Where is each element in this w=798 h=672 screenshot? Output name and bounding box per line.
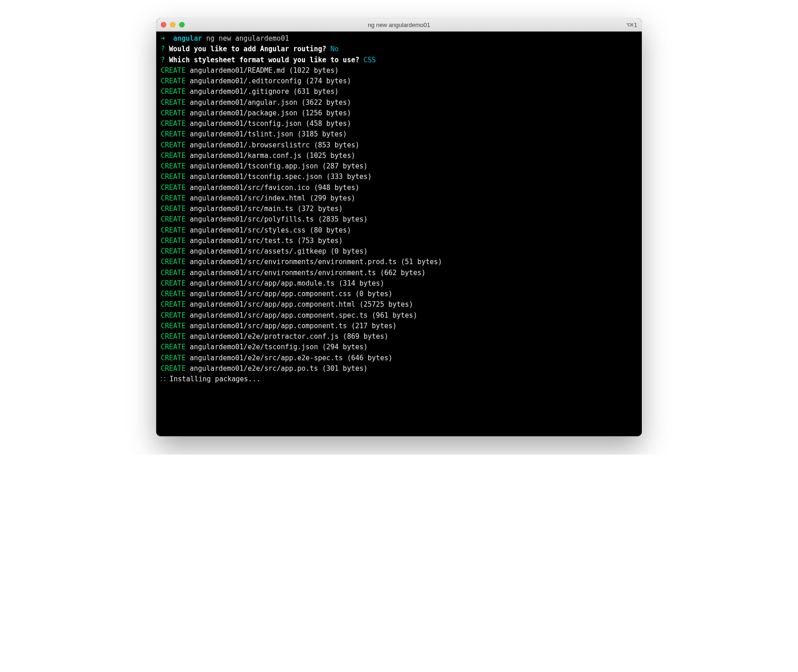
create-line: CREATE angulardemo01/e2e/src/app.e2e-spe…: [161, 353, 637, 363]
create-line: CREATE angulardemo01/karma.conf.js (1025…: [161, 151, 637, 161]
create-line: CREATE angulardemo01/e2e/tsconfig.json (…: [161, 342, 637, 352]
question-line: ? Which stylesheet format would you like…: [161, 55, 637, 65]
create-label: CREATE: [161, 364, 186, 373]
create-line: CREATE angulardemo01/src/app/app.module.…: [161, 278, 637, 289]
create-path: angulardemo01/e2e/tsconfig.json (294 byt…: [186, 343, 367, 351]
create-label: CREATE: [161, 66, 186, 75]
create-label: CREATE: [161, 343, 186, 351]
create-path: angulardemo01/src/index.html (299 bytes): [186, 194, 355, 202]
create-line: CREATE angulardemo01/package.json (1256 …: [161, 108, 637, 119]
question-text: Would you like to add Angular routing?: [169, 45, 330, 53]
create-line: CREATE angulardemo01/README.md (1022 byt…: [161, 65, 637, 76]
create-label: CREATE: [161, 354, 186, 362]
titlebar: ng new angulardemo01 ⌥⌘1: [156, 18, 642, 32]
create-path: angulardemo01/package.json (1256 bytes): [186, 109, 351, 117]
create-line: CREATE angulardemo01/src/app/app.compone…: [161, 321, 637, 331]
question-mark-icon: ?: [161, 56, 169, 64]
create-line: CREATE angulardemo01/src/main.ts (372 by…: [161, 204, 637, 214]
create-path: angulardemo01/e2e/protractor.conf.js (86…: [186, 332, 388, 341]
create-line: CREATE angulardemo01/src/environments/en…: [161, 268, 637, 278]
status-line: ⸬ Installing packages...: [161, 374, 637, 385]
create-label: CREATE: [161, 130, 186, 138]
create-label: CREATE: [161, 205, 186, 213]
create-line: CREATE angulardemo01/src/polyfills.ts (2…: [161, 214, 637, 225]
create-line: CREATE angulardemo01/src/app/app.compone…: [161, 289, 637, 299]
create-label: CREATE: [161, 258, 186, 266]
create-line: CREATE angulardemo01/src/test.ts (753 by…: [161, 236, 637, 246]
question-text: Which stylesheet format would you like t…: [169, 56, 363, 64]
create-label: CREATE: [161, 152, 186, 160]
create-label: CREATE: [161, 226, 186, 234]
create-line: CREATE angulardemo01/tsconfig.spec.json …: [161, 172, 637, 182]
create-line: CREATE angulardemo01/tsconfig.json (458 …: [161, 119, 637, 129]
create-label: CREATE: [161, 279, 186, 287]
create-line: CREATE angulardemo01/src/favicon.ico (94…: [161, 183, 637, 193]
create-line: CREATE angulardemo01/.gitignore (631 byt…: [161, 87, 637, 97]
create-label: CREATE: [161, 98, 186, 107]
create-path: angulardemo01/tsconfig.json (458 bytes): [186, 119, 351, 128]
create-label: CREATE: [161, 300, 186, 309]
create-path: angulardemo01/karma.conf.js (1025 bytes): [186, 152, 355, 160]
question-answer: CSS: [364, 56, 376, 64]
create-line: CREATE angulardemo01/.editorconfig (274 …: [161, 76, 637, 87]
prompt-line: ➜ angular ng new angulardemo01: [161, 33, 637, 44]
create-path: angulardemo01/.gitignore (631 bytes): [186, 87, 339, 96]
create-path: angulardemo01/.browserslistrc (853 bytes…: [186, 141, 359, 149]
prompt-arrow-icon: ➜: [161, 34, 173, 43]
spinner-icon: ⸬: [161, 375, 169, 383]
create-path: angulardemo01/src/main.ts (372 bytes): [186, 205, 343, 213]
create-line: CREATE angulardemo01/e2e/protractor.conf…: [161, 331, 637, 342]
create-path: angulardemo01/tslint.json (3185 bytes): [186, 130, 347, 138]
terminal-body[interactable]: ➜ angular ng new angulardemo01? Would yo…: [156, 32, 642, 436]
status-text: Installing packages...: [169, 375, 261, 383]
create-path: angulardemo01/e2e/src/app.e2e-spec.ts (6…: [186, 354, 393, 362]
create-path: angulardemo01/src/favicon.ico (948 bytes…: [186, 184, 359, 192]
prompt-command: ng new angulardemo01: [202, 34, 289, 43]
question-answer: No: [330, 45, 339, 53]
minimize-button[interactable]: [170, 22, 175, 27]
create-label: CREATE: [161, 290, 186, 298]
create-path: angulardemo01/src/assets/.gitkeep (0 byt…: [186, 247, 367, 255]
create-label: CREATE: [161, 237, 186, 245]
create-label: CREATE: [161, 184, 186, 192]
create-line: CREATE angulardemo01/tsconfig.app.json (…: [161, 161, 637, 172]
create-line: CREATE angulardemo01/src/environments/en…: [161, 257, 637, 267]
create-path: angulardemo01/src/app/app.component.spec…: [186, 311, 417, 320]
create-label: CREATE: [161, 173, 186, 181]
create-label: CREATE: [161, 269, 186, 277]
prompt-context: angular: [173, 34, 202, 43]
terminal-window: ng new angulardemo01 ⌥⌘1 ➜ angular ng ne…: [156, 18, 642, 436]
create-path: angulardemo01/src/environments/environme…: [186, 269, 426, 277]
create-label: CREATE: [161, 109, 186, 117]
close-button[interactable]: [161, 22, 166, 27]
window-title: ng new angulardemo01: [156, 22, 642, 28]
create-line: CREATE angulardemo01/tslint.json (3185 b…: [161, 129, 637, 140]
create-path: angulardemo01/e2e/src/app.po.ts (301 byt…: [186, 364, 367, 373]
create-path: angulardemo01/src/polyfills.ts (2835 byt…: [186, 215, 367, 223]
maximize-button[interactable]: [179, 22, 185, 27]
question-mark-icon: ?: [161, 45, 169, 53]
create-label: CREATE: [161, 77, 186, 85]
create-path: angulardemo01/angular.json (3622 bytes): [186, 98, 351, 107]
create-label: CREATE: [161, 322, 186, 330]
create-line: CREATE angulardemo01/angular.json (3622 …: [161, 98, 637, 108]
window-controls: [161, 22, 185, 27]
create-path: angulardemo01/src/app/app.component.css …: [186, 290, 393, 298]
create-line: CREATE angulardemo01/.browserslistrc (85…: [161, 140, 637, 151]
create-label: CREATE: [161, 141, 186, 149]
create-label: CREATE: [161, 311, 186, 320]
create-line: CREATE angulardemo01/src/assets/.gitkeep…: [161, 246, 637, 257]
create-path: angulardemo01/src/app/app.module.ts (314…: [186, 279, 384, 287]
create-path: angulardemo01/tsconfig.app.json (287 byt…: [186, 162, 367, 170]
create-line: CREATE angulardemo01/src/app/app.compone…: [161, 299, 637, 310]
create-label: CREATE: [161, 119, 186, 128]
create-label: CREATE: [161, 194, 186, 202]
create-path: angulardemo01/README.md (1022 bytes): [186, 66, 339, 75]
window-shortcut-hint: ⌥⌘1: [627, 22, 637, 28]
create-label: CREATE: [161, 87, 186, 96]
create-line: CREATE angulardemo01/src/styles.css (80 …: [161, 225, 637, 236]
create-path: angulardemo01/src/app/app.component.ts (…: [186, 322, 397, 330]
create-label: CREATE: [161, 332, 186, 341]
create-label: CREATE: [161, 247, 186, 255]
create-line: CREATE angulardemo01/src/index.html (299…: [161, 193, 637, 204]
